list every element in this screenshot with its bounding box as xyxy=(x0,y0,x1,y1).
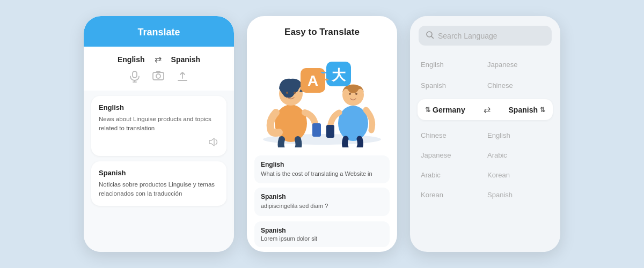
chevron-up-icon: ⇅ xyxy=(425,106,430,114)
search-section: Search Language xyxy=(410,16,560,52)
svg-text:大: 大 xyxy=(331,67,346,83)
english-card-lang: English xyxy=(99,103,219,111)
svg-point-15 xyxy=(349,93,351,95)
phones-container: Translate English ⇄ Spanish xyxy=(73,5,571,263)
illustration-area: A 大 xyxy=(247,43,397,150)
english-chat-card: English What is the cost of translating … xyxy=(254,155,390,183)
lang-japanese-bottom[interactable]: Japanese xyxy=(419,145,485,165)
language-grid-bottom: Chinese English Japanese Arabic Arabic K… xyxy=(410,123,560,205)
english-chat-lang: English xyxy=(261,161,383,168)
spanish-chat-lang: Spanish xyxy=(261,193,383,200)
language-selector[interactable]: ⇅ Germany ⇄ Spanish ⇅ xyxy=(418,99,553,120)
sound-icon[interactable] xyxy=(99,138,219,148)
easy-translate-header: Easy to Translate xyxy=(247,16,397,43)
upload-icon[interactable] xyxy=(177,71,188,85)
spanish-card-lang: Spanish xyxy=(99,169,219,177)
english-card-text: News about Linguise products and topics … xyxy=(99,115,219,133)
svg-line-22 xyxy=(431,36,434,39)
phone-translate: Translate English ⇄ Spanish xyxy=(84,16,234,252)
lang-english[interactable]: English xyxy=(419,54,485,75)
translate-title: Translate xyxy=(92,27,225,38)
lang-chinese[interactable]: Chinese xyxy=(485,75,552,96)
search-box[interactable]: Search Language xyxy=(419,26,552,46)
spanish-card: Spanish Noticias sobre productos Linguis… xyxy=(91,161,226,206)
svg-point-4 xyxy=(156,74,160,78)
lang-japanese[interactable]: Japanese xyxy=(485,54,552,75)
english-chat-text: What is the cost of translating a Websit… xyxy=(261,170,383,178)
input-icons-row xyxy=(84,69,234,91)
svg-text:A: A xyxy=(308,72,318,89)
phone-search-language: Search Language English Japanese Spanish… xyxy=(410,16,560,252)
lang-spanish[interactable]: Spanish xyxy=(419,75,485,96)
lang-arabic-1[interactable]: Arabic xyxy=(485,145,552,165)
source-language-label[interactable]: English xyxy=(118,55,145,64)
lang-arabic-2[interactable]: Arabic xyxy=(419,165,485,185)
english-card: English News about Linguise products and… xyxy=(91,96,226,156)
lang-english-bottom[interactable]: English xyxy=(485,125,552,145)
target-selector[interactable]: Spanish ⇅ xyxy=(509,106,545,114)
source-selector[interactable]: ⇅ Germany xyxy=(425,106,465,114)
swap-icon[interactable]: ⇄ xyxy=(155,54,162,64)
mic-icon[interactable] xyxy=(130,71,140,85)
lang-korean-2[interactable]: Korean xyxy=(419,185,485,205)
target-language-label[interactable]: Spanish xyxy=(171,55,200,64)
spanish-chat-card: Spanish adipiscingelila sed diam ? xyxy=(254,188,390,215)
search-icon xyxy=(426,31,434,40)
camera-icon[interactable] xyxy=(152,71,164,85)
chevron-down-icon: ⇅ xyxy=(540,106,545,114)
translate-header: Translate xyxy=(84,16,234,47)
chat-cards-area: English What is the cost of translating … xyxy=(247,150,397,221)
lang-chinese-bottom[interactable]: Chinese xyxy=(419,125,485,145)
bottom-card-text: Lorem ipsum dolor sit xyxy=(261,235,383,242)
swap-languages-icon[interactable]: ⇄ xyxy=(484,105,491,115)
svg-rect-9 xyxy=(312,123,321,137)
svg-point-10 xyxy=(286,92,288,94)
spanish-card-text: Noticias sobre productos Linguise y tema… xyxy=(99,180,219,199)
language-selector-row[interactable]: English ⇄ Spanish xyxy=(84,47,234,69)
target-selector-label[interactable]: Spanish xyxy=(509,106,538,114)
language-grid-top: English Japanese Spanish Chinese xyxy=(410,52,560,96)
svg-point-7 xyxy=(275,105,307,142)
svg-point-11 xyxy=(294,92,296,94)
phone-easy-translate: Easy to Translate xyxy=(247,16,397,252)
translation-content: English News about Linguise products and… xyxy=(84,91,234,252)
search-placeholder: Search Language xyxy=(438,32,497,40)
svg-rect-0 xyxy=(133,71,137,78)
bottom-card-lang: Spanish xyxy=(261,227,383,234)
easy-translate-title: Easy to Translate xyxy=(255,27,389,38)
lang-korean-1[interactable]: Korean xyxy=(485,165,552,185)
svg-point-16 xyxy=(355,93,357,95)
spanish-chat-text: adipiscingelila sed diam ? xyxy=(261,202,383,210)
svg-rect-14 xyxy=(326,125,334,138)
lang-spanish-bottom[interactable]: Spanish xyxy=(485,185,552,205)
source-selector-label[interactable]: Germany xyxy=(433,106,465,114)
bottom-translate-card: Spanish Lorem ipsum dolor sit xyxy=(254,221,390,247)
